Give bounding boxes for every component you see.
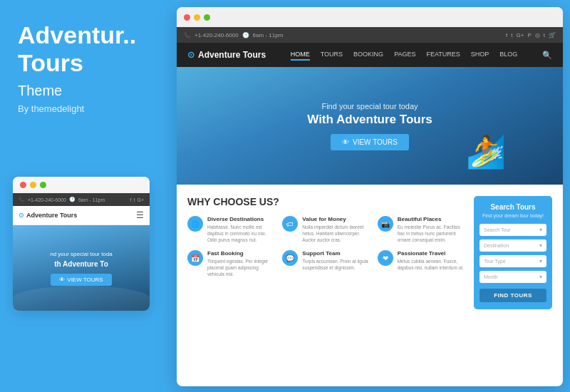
search-tour-field[interactable]: Search Tour ▾ — [480, 224, 546, 236]
browser-phone-icon: 📞 — [184, 32, 191, 38]
why-icon-support: 💬 — [282, 250, 298, 266]
browser-logo-icon: ⊙ — [187, 50, 195, 60]
browser-yt-icon: t — [544, 32, 545, 38]
dot-yellow — [30, 182, 36, 188]
mobile-titlebar — [13, 177, 150, 193]
tour-type-field[interactable]: Tour Type ▾ — [480, 255, 546, 267]
mobile-nav: ⊙ Adventure Tours ☰ — [13, 206, 150, 225]
why-item-text-1: Nulla imperdiet dictum laoreet netus. Ha… — [302, 224, 371, 243]
why-title: WHY CHOOSE US? — [187, 196, 467, 207]
browser-dot-yellow — [194, 14, 200, 21]
chevron-down-icon: ▾ — [539, 274, 542, 280]
nav-booking[interactable]: BOOKING — [353, 49, 383, 61]
mobile-hero: nd your special tour toda th Adventure T… — [13, 225, 150, 311]
browser-tw-icon: t — [511, 32, 512, 38]
search-tours-title: Search Tours — [480, 203, 546, 211]
hero-subtitle: Find your special tour today — [307, 102, 432, 110]
mobile-hero-text: nd your special tour toda th Adventure T… — [50, 250, 113, 269]
why-item-4: 💬 Support Team Turpis accumsan. Proin at… — [282, 250, 371, 277]
mobile-hero-wave — [13, 286, 150, 311]
why-choose-us-section: WHY CHOOSE US? 🌐 Diverse Destinations Ha… — [177, 185, 563, 316]
search-tours-sidebar: Search Tours Find your dream tour today!… — [474, 196, 552, 309]
mobile-contact: 📞 +1-420-240-6000 🕐 6am - 11pm — [19, 197, 105, 202]
why-grid: 🌐 Diverse Destinations Habitasse. Nunc m… — [187, 216, 467, 278]
eye-icon: 👁 — [342, 138, 349, 146]
why-item-5: ❤ Passionate Travel Metus cubilia aenean… — [378, 250, 467, 277]
theme-subtitle: Theme — [18, 83, 62, 99]
why-icon-travel: ❤ — [378, 250, 393, 266]
month-field[interactable]: Month ▾ — [480, 271, 546, 283]
chevron-down-icon: ▾ — [539, 258, 542, 264]
mobile-logo: ⊙ Adventure Tours — [19, 212, 77, 219]
nav-blog[interactable]: BLOG — [499, 49, 517, 61]
dot-green — [40, 182, 46, 188]
hero-surfer-image: 🏄 — [466, 133, 506, 170]
why-item-1: 🏷 Value for Money Nulla imperdiet dictum… — [282, 216, 371, 243]
destination-field[interactable]: Destination ▾ — [480, 239, 546, 252]
browser-logo: ⊙ Adventure Tours — [187, 50, 266, 60]
why-item-title-1: Value for Money — [302, 216, 371, 222]
clock-icon: 🕐 — [69, 197, 76, 202]
browser-nav-links[interactable]: HOME TOURS BOOKING PAGES FEATURES SHOP B… — [291, 49, 518, 61]
browser-topbar: 📞 +1-420-240-6000 🕐 6am - 11pm f t G+ P … — [177, 27, 563, 43]
hero-section: 🏄 Find your special tour today With Adve… — [177, 67, 563, 185]
nav-tours[interactable]: TOURS — [321, 49, 343, 61]
browser-cart-icon: 🛒 — [549, 32, 556, 38]
why-item-3: 📅 Fast Booking Torquent egestas. Per int… — [187, 250, 276, 277]
why-item-title-5: Passionate Travel — [398, 250, 467, 257]
browser-dot-red — [184, 14, 190, 21]
browser-dot-green — [204, 14, 210, 21]
browser-mockup: 📞 +1-420-240-6000 🕐 6am - 11pm f t G+ P … — [177, 7, 563, 386]
browser-main-nav: ⊙ Adventure Tours HOME TOURS BOOKING PAG… — [177, 43, 563, 67]
browser-clock-icon: 🕐 — [242, 32, 249, 38]
why-item-title-3: Fast Booking — [207, 250, 276, 257]
mobile-view-tours-button[interactable]: 👁 VIEW TOURS — [51, 274, 111, 286]
hero-content: Find your special tour today With Advent… — [307, 102, 432, 150]
nav-features[interactable]: FEATURES — [426, 49, 460, 61]
why-icon-places: 📷 — [378, 216, 393, 232]
browser-gp-icon: G+ — [517, 32, 524, 38]
why-item-title-4: Support Team — [302, 250, 371, 257]
browser-contact-info: 📞 +1-420-240-6000 🕐 6am - 11pm — [184, 32, 283, 38]
browser-search-icon[interactable]: 🔍 — [542, 51, 552, 60]
dot-red — [20, 182, 26, 188]
theme-author: By themedelight — [18, 103, 84, 114]
browser-fb-icon: f — [506, 32, 507, 38]
chevron-down-icon: ▾ — [539, 227, 542, 233]
why-item-2: 📷 Beautiful Places Eu molestie Purus ac.… — [378, 216, 467, 243]
find-tours-button[interactable]: FIND TOURS — [480, 289, 546, 302]
hero-view-tours-button[interactable]: 👁 VIEW TOURS — [331, 134, 409, 150]
browser-ig-icon: ◎ — [535, 32, 540, 38]
browser-titlebar — [177, 7, 563, 27]
chevron-down-icon: ▾ — [539, 242, 542, 249]
mobile-preview-card: 📞 +1-420-240-6000 🕐 6am - 11pm f t G+ ⊙ … — [13, 177, 150, 311]
hero-title: With Adventure Tours — [307, 113, 432, 127]
tw-icon: t — [134, 197, 135, 202]
search-tours-subtitle: Find your dream tour today! — [480, 213, 546, 218]
eye-icon: 👁 — [59, 277, 65, 283]
why-icon-value: 🏷 — [282, 216, 298, 232]
why-item-0: 🌐 Diverse Destinations Habitasse. Nunc m… — [187, 216, 276, 243]
phone-icon: 📞 — [19, 197, 25, 202]
why-item-text-3: Torquent egestas. Per integer placerat q… — [207, 258, 276, 277]
nav-home[interactable]: HOME — [291, 49, 310, 61]
theme-title: Adventur.. Tours — [18, 21, 136, 77]
nav-pages[interactable]: PAGES — [394, 49, 415, 61]
mobile-social: f t G+ — [130, 197, 144, 202]
why-main-content: WHY CHOOSE US? 🌐 Diverse Destinations Ha… — [187, 196, 467, 309]
browser-social-icons: f t G+ P ◎ t 🛒 — [506, 32, 556, 38]
mobile-logo-icon: ⊙ — [19, 212, 24, 219]
fb-icon: f — [130, 197, 132, 202]
why-item-text-5: Metus cubilia aenean. Fusce, dapibus nis… — [398, 258, 467, 271]
why-icon-booking: 📅 — [187, 250, 203, 266]
why-item-text-0: Habitasse. Nunc mollis est dapibus in co… — [207, 224, 276, 243]
why-item-title-2: Beautiful Places — [398, 216, 467, 222]
browser-pin-icon: P — [527, 32, 531, 38]
hamburger-icon[interactable]: ☰ — [136, 210, 144, 220]
why-item-title-0: Diverse Destinations — [207, 216, 276, 222]
why-icon-destinations: 🌐 — [187, 216, 203, 232]
mobile-topbar: 📞 +1-420-240-6000 🕐 6am - 11pm f t G+ — [13, 193, 150, 206]
why-item-text-4: Turpis accumsan. Proin at ligula suspend… — [302, 258, 371, 271]
nav-shop[interactable]: SHOP — [471, 49, 489, 61]
gp-icon: G+ — [137, 197, 144, 202]
